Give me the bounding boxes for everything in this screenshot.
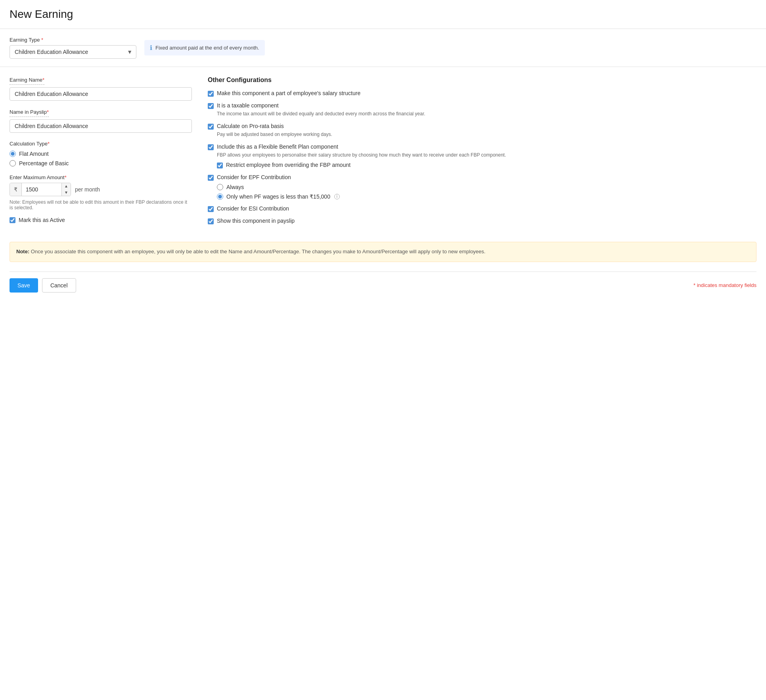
info-text: Fixed amount paid at the end of every mo… <box>155 45 259 51</box>
earning-type-select-wrapper: Children Education Allowance Basic HRA C… <box>10 45 136 59</box>
config-show-payslip: Show this component in payslip <box>208 218 756 224</box>
config-epf-label: Consider for EPF Contribution <box>217 174 291 180</box>
amount-input-row: ₹ ▲ ▼ per month <box>10 183 192 196</box>
config-salary-structure-checkbox[interactable] <box>208 91 214 97</box>
radio-percentage-basic-label: Percentage of Basic <box>19 160 69 166</box>
config-fbp-label: Include this as a Flexible Benefit Plan … <box>217 143 338 150</box>
config-epf-checkbox[interactable] <box>208 175 214 181</box>
epf-radio-pf-wages-input[interactable] <box>217 193 223 200</box>
config-show-payslip-checkbox[interactable] <box>208 218 214 224</box>
footer-left: Save Cancel <box>10 278 76 293</box>
earning-type-select[interactable]: Children Education Allowance Basic HRA C… <box>10 45 136 59</box>
config-show-payslip-label: Show this component in payslip <box>217 218 295 224</box>
config-taxable-checkbox[interactable] <box>208 103 214 109</box>
main-content: Earning Name* Name in Payslip* Calculati… <box>10 77 756 230</box>
mark-active-label: Mark this as Active <box>19 217 65 223</box>
radio-percentage-basic-input[interactable] <box>10 160 16 166</box>
epf-radio-pf-wages-label: Only when PF wages is less than ₹15,000 <box>226 193 330 200</box>
config-pro-rata-desc: Pay will be adjusted based on employee w… <box>217 131 756 138</box>
config-epf: Consider for EPF Contribution Always Onl… <box>208 174 756 200</box>
config-taxable-label: It is a taxable component <box>217 102 279 109</box>
config-esi-main: Consider for ESI Contribution <box>208 205 756 212</box>
config-fbp-checkbox[interactable] <box>208 144 214 150</box>
config-esi-checkbox[interactable] <box>208 206 214 212</box>
currency-input-wrapper: ₹ ▲ ▼ <box>10 183 71 196</box>
config-fbp: Include this as a Flexible Benefit Plan … <box>208 143 756 168</box>
section-divider <box>0 67 766 67</box>
max-amount-note: Note: Employees will not be able to edit… <box>10 199 192 210</box>
spinner-buttons: ▲ ▼ <box>61 183 71 196</box>
spinner-up-button[interactable]: ▲ <box>62 183 71 189</box>
config-restrict-fbp-checkbox[interactable] <box>217 163 223 168</box>
warning-box: Note: Once you associate this component … <box>10 242 756 262</box>
name-in-payslip-label: Name in Payslip* <box>10 109 49 117</box>
name-in-payslip-group: Name in Payslip* <box>10 109 192 133</box>
info-icon: ℹ <box>150 44 152 52</box>
epf-radio-always-label: Always <box>226 184 244 190</box>
mandatory-note: * indicates mandatory fields <box>693 282 756 288</box>
earning-name-label: Earning Name* <box>10 77 44 85</box>
config-show-payslip-main: Show this component in payslip <box>208 218 756 224</box>
config-fbp-sub: Restrict employee from overriding the FB… <box>217 162 756 168</box>
radio-flat-amount-input[interactable] <box>10 151 16 157</box>
warning-text: Once you associate this component with a… <box>31 249 486 254</box>
cancel-button[interactable]: Cancel <box>42 278 76 293</box>
radio-percentage-basic[interactable]: Percentage of Basic <box>10 160 192 166</box>
max-amount-label: Enter Maximum Amount* <box>10 174 192 180</box>
config-fbp-main: Include this as a Flexible Benefit Plan … <box>208 143 756 150</box>
earning-name-group: Earning Name* <box>10 77 192 101</box>
config-epf-main: Consider for EPF Contribution <box>208 174 756 181</box>
config-pro-rata-checkbox[interactable] <box>208 124 214 130</box>
radio-flat-amount-label: Flat Amount <box>19 151 49 157</box>
config-pro-rata-label: Calculate on Pro-rata basis <box>217 123 284 129</box>
page-title: New Earning <box>10 8 756 21</box>
other-config-title: Other Configurations <box>208 77 756 84</box>
right-panel: Other Configurations Make this component… <box>208 77 756 230</box>
config-taxable-main: It is a taxable component <box>208 102 756 109</box>
config-esi: Consider for ESI Contribution <box>208 205 756 212</box>
calculation-type-group: Calculation Type* Flat Amount Percentage… <box>10 141 192 166</box>
config-salary-structure: Make this component a part of employee's… <box>208 90 756 97</box>
earning-type-label: Earning Type * <box>10 37 136 43</box>
config-esi-label: Consider for ESI Contribution <box>217 205 289 212</box>
earning-name-input[interactable] <box>10 87 192 101</box>
currency-symbol: ₹ <box>10 183 22 196</box>
config-restrict-fbp: Restrict employee from overriding the FB… <box>217 162 756 168</box>
max-amount-section: Enter Maximum Amount* ₹ ▲ ▼ per month <box>10 174 192 196</box>
per-month-label: per month <box>75 186 100 193</box>
config-restrict-fbp-main: Restrict employee from overriding the FB… <box>217 162 756 168</box>
max-amount-input[interactable] <box>22 183 61 196</box>
radio-flat-amount[interactable]: Flat Amount <box>10 151 192 157</box>
epf-radio-pf-wages[interactable]: Only when PF wages is less than ₹15,000 … <box>217 193 756 200</box>
config-taxable-desc: The income tax amount will be divided eq… <box>217 110 756 117</box>
title-divider <box>0 29 766 29</box>
epf-radio-always[interactable]: Always <box>217 184 756 190</box>
earning-type-required: * <box>40 37 43 43</box>
warning-bold: Note: <box>16 249 29 254</box>
config-salary-structure-main: Make this component a part of employee's… <box>208 90 756 97</box>
config-restrict-fbp-label: Restrict employee from overriding the FB… <box>226 162 350 168</box>
config-pro-rata-main: Calculate on Pro-rata basis <box>208 123 756 130</box>
save-button[interactable]: Save <box>10 278 38 293</box>
calculation-type-label: Calculation Type* <box>10 141 192 147</box>
left-panel: Earning Name* Name in Payslip* Calculati… <box>10 77 192 230</box>
info-box: ℹ Fixed amount paid at the end of every … <box>144 40 265 55</box>
epf-radio-always-input[interactable] <box>217 184 223 190</box>
config-taxable: It is a taxable component The income tax… <box>208 102 756 117</box>
epf-radios: Always Only when PF wages is less than ₹… <box>217 184 756 200</box>
config-salary-structure-label: Make this component a part of employee's… <box>217 90 360 96</box>
config-fbp-desc: FBP allows your employees to personalise… <box>217 151 756 159</box>
spinner-down-button[interactable]: ▼ <box>62 189 71 196</box>
name-in-payslip-input[interactable] <box>10 119 192 133</box>
footer-actions: Save Cancel * indicates mandatory fields <box>10 272 756 293</box>
config-pro-rata: Calculate on Pro-rata basis Pay will be … <box>208 123 756 138</box>
epf-info-icon: i <box>334 194 340 199</box>
mark-active-input[interactable] <box>10 217 15 223</box>
earning-type-section: Earning Type * Children Education Allowa… <box>10 37 756 59</box>
calculation-type-radios: Flat Amount Percentage of Basic <box>10 151 192 166</box>
mark-active-checkbox[interactable]: Mark this as Active <box>10 217 192 223</box>
